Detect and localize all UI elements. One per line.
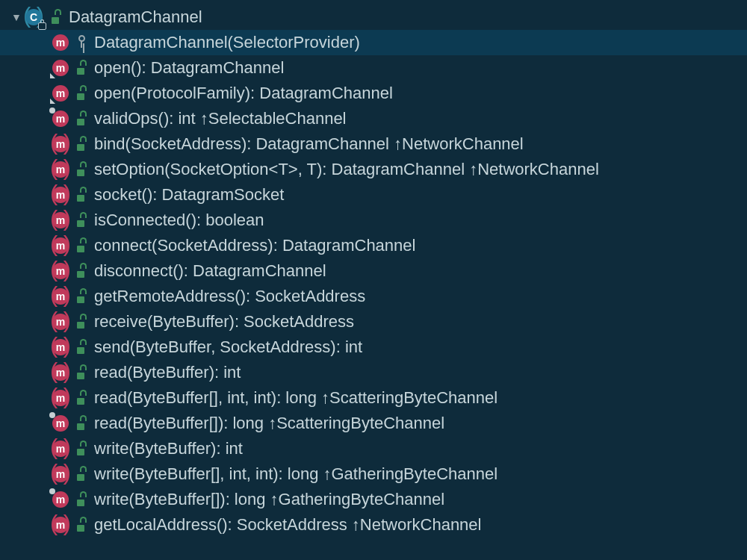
unlock-icon bbox=[73, 390, 90, 406]
static-marker-icon bbox=[50, 73, 55, 78]
method-icon: m bbox=[51, 58, 70, 78]
member-row[interactable]: mopen(): DatagramChannel bbox=[0, 55, 747, 81]
member-row[interactable]: mDatagramChannel(SelectorProvider) bbox=[0, 30, 747, 55]
method-icon: (m) bbox=[51, 515, 70, 535]
member-row[interactable]: mopen(ProtocolFamily): DatagramChannel bbox=[0, 81, 747, 106]
member-row[interactable]: (m)setOption(SocketOption<T>, T): Datagr… bbox=[0, 157, 747, 182]
member-row[interactable]: (m)disconnect(): DatagramChannel bbox=[0, 258, 747, 284]
unlock-icon bbox=[73, 364, 90, 381]
unlock-icon bbox=[73, 111, 90, 127]
member-row[interactable]: (m)write(ByteBuffer): int bbox=[0, 436, 747, 461]
final-marker-icon bbox=[49, 412, 55, 418]
unlock-icon bbox=[73, 161, 90, 178]
member-label: write(ByteBuffer): int bbox=[94, 439, 243, 458]
member-row[interactable]: (m)read(ByteBuffer[], int, int): long ↑S… bbox=[0, 385, 747, 411]
method-icon: m bbox=[51, 84, 70, 103]
method-badge-letter: m bbox=[52, 441, 69, 457]
unlock-icon bbox=[73, 339, 90, 355]
class-name: DatagramChannel bbox=[69, 7, 202, 27]
member-label: isConnected(): boolean bbox=[94, 211, 264, 230]
method-icon: m bbox=[51, 490, 70, 509]
unlock-icon bbox=[73, 517, 90, 533]
member-row[interactable]: (m)read(ByteBuffer): int bbox=[0, 360, 747, 385]
class-row[interactable]: ▼ ( C ) DatagramChannel bbox=[0, 4, 747, 30]
method-badge-letter: m bbox=[52, 161, 69, 178]
method-icon: (m) bbox=[51, 134, 70, 154]
member-row[interactable]: (m)bind(SocketAddress): DatagramChannel … bbox=[0, 131, 747, 157]
key-icon bbox=[73, 34, 90, 51]
method-icon: (m) bbox=[51, 261, 70, 281]
member-row[interactable]: (m)connect(SocketAddress): DatagramChann… bbox=[0, 233, 747, 258]
method-icon: (m) bbox=[51, 185, 70, 205]
final-marker-icon bbox=[49, 488, 55, 494]
member-row[interactable]: (m)socket(): DatagramSocket bbox=[0, 182, 747, 208]
unlock-icon bbox=[73, 491, 90, 508]
member-label: write(ByteBuffer[], int, int): long ↑Gat… bbox=[94, 464, 498, 484]
member-label: getLocalAddress(): SocketAddress ↑Networ… bbox=[94, 515, 481, 535]
final-marker-icon bbox=[49, 108, 55, 113]
member-label: socket(): DatagramSocket bbox=[94, 185, 284, 205]
method-icon: (m) bbox=[51, 388, 70, 408]
member-row[interactable]: (m)getLocalAddress(): SocketAddress ↑Net… bbox=[0, 512, 747, 538]
member-row[interactable]: mvalidOps(): int ↑SelectableChannel bbox=[0, 106, 747, 131]
method-badge-letter: m bbox=[52, 314, 69, 330]
unlock-icon bbox=[48, 9, 64, 25]
method-icon: (m) bbox=[51, 337, 70, 357]
method-icon: (m) bbox=[51, 312, 70, 332]
member-label: bind(SocketAddress): DatagramChannel ↑Ne… bbox=[94, 134, 524, 154]
member-row[interactable]: (m)isConnected(): boolean bbox=[0, 208, 747, 233]
method-icon: (m) bbox=[51, 211, 70, 230]
member-label: validOps(): int ↑SelectableChannel bbox=[94, 109, 347, 128]
unlock-icon bbox=[73, 415, 90, 432]
member-label: disconnect(): DatagramChannel bbox=[94, 261, 326, 281]
member-label: read(ByteBuffer[], int, int): long ↑Scat… bbox=[94, 388, 498, 408]
method-badge-letter: m bbox=[52, 237, 69, 254]
member-row[interactable]: (m)send(ByteBuffer, SocketAddress): int bbox=[0, 335, 747, 360]
method-badge-letter: m bbox=[52, 212, 69, 228]
method-icon: (m) bbox=[51, 236, 70, 255]
method-badge-letter: m bbox=[52, 339, 69, 355]
unlock-icon bbox=[73, 136, 90, 152]
method-badge-letter: m bbox=[52, 187, 69, 203]
unlock-icon bbox=[73, 237, 90, 254]
member-label: getRemoteAddress(): SocketAddress bbox=[94, 287, 365, 306]
unlock-icon bbox=[73, 288, 90, 305]
unlock-icon bbox=[73, 212, 90, 228]
member-row[interactable]: (m)receive(ByteBuffer): SocketAddress bbox=[0, 309, 747, 335]
member-label: read(ByteBuffer[]): long ↑ScatteringByte… bbox=[94, 414, 444, 433]
member-label: connect(SocketAddress): DatagramChannel bbox=[94, 236, 415, 255]
method-badge-letter: m bbox=[52, 34, 69, 51]
member-label: receive(ByteBuffer): SocketAddress bbox=[94, 312, 354, 332]
member-label: send(ByteBuffer, SocketAddress): int bbox=[94, 337, 362, 357]
method-badge-letter: m bbox=[52, 415, 69, 432]
unlock-icon bbox=[73, 263, 90, 279]
unlock-icon bbox=[73, 187, 90, 203]
method-icon: (m) bbox=[51, 363, 70, 382]
member-label: open(): DatagramChannel bbox=[94, 58, 284, 78]
unlock-icon bbox=[73, 85, 90, 102]
static-marker-icon bbox=[50, 99, 55, 104]
member-row[interactable]: mwrite(ByteBuffer[]): long ↑GatheringByt… bbox=[0, 487, 747, 512]
unlock-icon bbox=[73, 60, 90, 76]
member-label: setOption(SocketOption<T>, T): DatagramC… bbox=[94, 160, 599, 179]
class-icon: ( C ) bbox=[24, 7, 43, 27]
method-icon: (m) bbox=[51, 439, 70, 458]
method-badge-letter: m bbox=[52, 111, 69, 127]
lock-icon bbox=[38, 22, 46, 30]
member-row[interactable]: (m)getRemoteAddress(): SocketAddress bbox=[0, 284, 747, 309]
structure-tree: ▼ ( C ) DatagramChannel mDatagramChannel… bbox=[0, 0, 747, 538]
method-icon: m bbox=[51, 109, 70, 128]
method-icon: (m) bbox=[51, 464, 70, 484]
member-row[interactable]: mread(ByteBuffer[]): long ↑ScatteringByt… bbox=[0, 411, 747, 436]
member-label: read(ByteBuffer): int bbox=[94, 363, 241, 382]
method-icon: m bbox=[51, 414, 70, 433]
method-badge-letter: m bbox=[52, 263, 69, 279]
unlock-icon bbox=[73, 466, 90, 482]
unlock-icon bbox=[73, 314, 90, 330]
method-badge-letter: m bbox=[52, 466, 69, 482]
member-row[interactable]: (m)write(ByteBuffer[], int, int): long ↑… bbox=[0, 461, 747, 487]
method-badge-letter: m bbox=[52, 288, 69, 305]
method-badge-letter: m bbox=[52, 136, 69, 152]
member-label: write(ByteBuffer[]): long ↑GatheringByte… bbox=[94, 490, 444, 509]
method-badge-letter: m bbox=[52, 364, 69, 381]
